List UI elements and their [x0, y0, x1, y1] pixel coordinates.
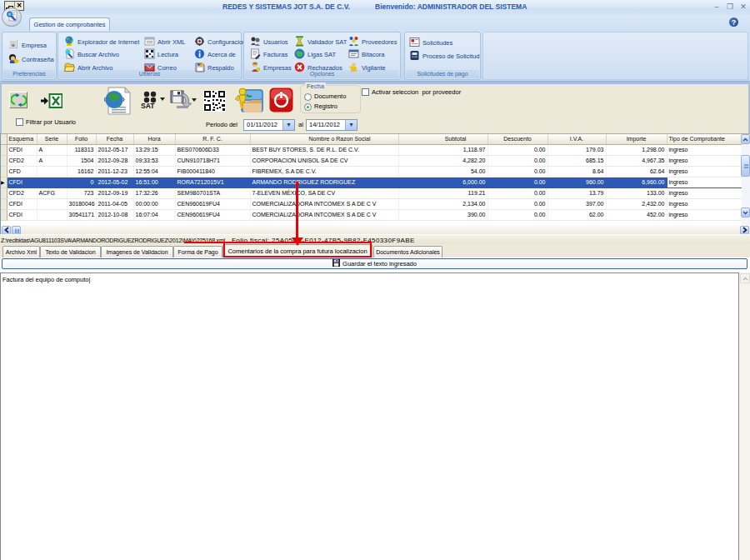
svg-text:SAT: SAT [141, 102, 155, 108]
